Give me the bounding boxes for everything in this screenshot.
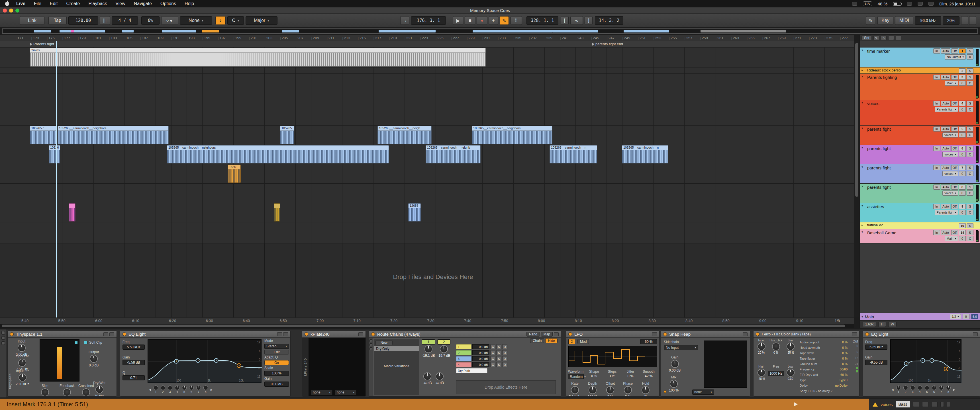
lfo-offset-knob[interactable]: Offset0 %	[603, 381, 617, 397]
eq-band-node[interactable]: 3	[214, 358, 218, 363]
drywet-knob[interactable]: Dry/Wet 79.5%	[93, 381, 105, 397]
track-header[interactable]: ▾time markerInAutoOff1SNo Output0	[860, 48, 980, 67]
device-rail-icon[interactable]	[2, 336, 5, 340]
rack-return-knob[interactable]: -∞ dB	[435, 372, 444, 385]
ferro-param-row[interactable]: TypeType I	[800, 377, 848, 383]
band-freq-field[interactable]: Freq5.50 kHz	[123, 340, 145, 350]
eq-band-4[interactable]: 4	[175, 386, 180, 394]
mod-amount-value[interactable]: 50 %	[640, 339, 657, 344]
device-rail-icon[interactable]	[2, 331, 5, 335]
monitor-off-button[interactable]: Off	[951, 184, 958, 190]
device-tinyspace[interactable]: Tinyspace 1.1 tinyspace Soft Clip Output	[7, 331, 117, 397]
hdd-overload-icon[interactable]	[961, 16, 968, 25]
monitor-off-button[interactable]: Off	[951, 230, 958, 235]
device-eq-eight[interactable]: EQ Eight Freq5.50 kHz Gain-5.58 dB Q0.71	[120, 331, 291, 397]
lfo-phase-knob[interactable]: Phase0 %	[621, 381, 635, 397]
main-volume-value[interactable]: 6.0	[971, 314, 978, 319]
track-lane[interactable]	[0, 184, 854, 203]
unfold-icon[interactable]	[554, 332, 558, 336]
ferro-param-row[interactable]: Frequency50/60	[800, 366, 848, 372]
rack-chain-row[interactable]: 10.0 dBCSO	[456, 344, 557, 350]
band-q-field[interactable]: Q0.71	[123, 371, 145, 380]
device-power-icon[interactable]	[756, 332, 759, 336]
output-routing-select[interactable]: Main	[945, 236, 958, 241]
beat-time-ruler[interactable]: 1711731751771791811831851871891911931951…	[0, 35, 854, 41]
band-next-arrow[interactable]: ▶	[210, 388, 213, 391]
monitor-off-button[interactable]: Off	[951, 75, 958, 80]
record-button[interactable]: ●	[477, 16, 487, 25]
main-track-header[interactable]: ▾ Main 1/2 0 6.0	[860, 313, 980, 320]
eq-band-selector[interactable]: ◀12345678▶	[891, 386, 955, 394]
menu-view[interactable]: View	[111, 1, 129, 6]
lfo-steps-param[interactable]: StepsOff	[604, 370, 620, 379]
audio-clip[interactable]: 105265__carminooch__neighbors	[167, 145, 389, 164]
track-header[interactable]: ▾parents fightInAutoOff5Svoices0C	[860, 126, 980, 145]
ferro-input-knob[interactable]: Input20 %	[755, 339, 768, 364]
tinyspace-display[interactable]	[40, 339, 80, 381]
rack-macro-knob[interactable]: 2-19.7 dB	[437, 339, 450, 358]
device-eq-eight-2[interactable]: EQ Eight Freq5.39 kHz Gain-9.55 dB	[862, 331, 980, 397]
monitor-auto-button[interactable]: Auto	[941, 48, 950, 54]
monitor-off-button[interactable]: Off	[951, 146, 958, 151]
audio-clip[interactable]: 105265__carminooch__neighbors	[472, 126, 552, 144]
device-title-bar[interactable]: Route Chains (4 ways) Rand Map	[369, 331, 561, 338]
rack-chainlist-toggle-icon[interactable]	[369, 343, 372, 346]
rack-snapshot-item[interactable]: Dry Only	[374, 346, 419, 351]
zoom-width-button[interactable]: W	[888, 322, 897, 327]
mod-button[interactable]: Mod	[578, 339, 589, 344]
eq-band-3[interactable]: 3	[910, 386, 915, 394]
monitor-auto-button[interactable]: Auto	[941, 146, 950, 151]
pencil-icon[interactable]: ✎	[873, 36, 879, 40]
menu-edit[interactable]: Edit	[46, 1, 62, 6]
chain-s-button[interactable]: S	[496, 344, 501, 350]
device-title-bar[interactable]: EQ Eight	[120, 331, 290, 338]
punch-out-button[interactable]: ]	[585, 16, 593, 25]
audio-clip[interactable]: 105265 c	[30, 126, 57, 144]
crossfade-assign-button[interactable]: C	[967, 210, 974, 215]
sidechain-input-select[interactable]: No Input	[664, 345, 698, 350]
audio-clip[interactable]	[68, 203, 75, 221]
pan-value[interactable]: 0	[959, 171, 966, 176]
device-rail-icon[interactable]	[2, 342, 5, 345]
band-freq-field[interactable]: Freq5.39 kHz	[865, 340, 888, 350]
ferro-param-row[interactable]: Tape flutter0 %	[800, 356, 848, 361]
arrangement-overview[interactable]	[2, 29, 978, 33]
output-knob[interactable]: Output 0.0 dB	[89, 350, 99, 367]
monitor-in-button[interactable]: In	[933, 75, 940, 80]
band-prev-arrow[interactable]: ◀	[891, 388, 894, 391]
chain-button[interactable]: Chain	[530, 338, 544, 343]
pan-value[interactable]: 0	[959, 236, 966, 241]
eq-band-node[interactable]: 1	[174, 359, 179, 364]
quantize-select[interactable]: None	[180, 16, 212, 25]
track-fold-arrow[interactable]: ▾	[861, 126, 863, 130]
rack-chain-row[interactable]: 40.0 dBCSO	[456, 362, 557, 367]
track-header[interactable]: ▾parents fightInAutoOff6Svoices0C	[860, 145, 980, 164]
band-gain-field[interactable]: Gain-5.58 dB	[123, 355, 145, 365]
monitor-auto-button[interactable]: Auto	[941, 165, 950, 170]
mix-knob[interactable]: Mix 100 %	[669, 375, 679, 393]
rack-macro-knob[interactable]: 1-19.1 dB	[422, 339, 435, 358]
tinyspace-input-lp-knob[interactable]: Input LP20.0 kHz	[16, 369, 29, 386]
eq-band-node[interactable]: 3	[929, 358, 934, 363]
soft-clip-toggle[interactable]: Soft Clip	[84, 340, 102, 345]
pan-value[interactable]: 0	[959, 210, 966, 215]
set-button[interactable]: Set	[861, 36, 872, 40]
pan-value[interactable]: 0	[959, 191, 966, 195]
eq-band-2[interactable]: 2	[904, 386, 908, 394]
monitor-off-button[interactable]: Off	[951, 165, 958, 170]
solo-button[interactable]: S	[967, 223, 974, 228]
track-header[interactable]: ▸flatline v210S	[860, 222, 980, 229]
output-routing-select[interactable]: voices	[942, 191, 958, 195]
menu-create[interactable]: Create	[62, 1, 84, 6]
ferro-param-row[interactable]: Ground hum0 %	[800, 361, 848, 366]
rack-chain-row[interactable]: Dry Path	[456, 368, 557, 373]
chain-volume-value[interactable]: 0.0 dB	[473, 356, 490, 361]
device-power-icon[interactable]	[371, 332, 375, 336]
audio-clip[interactable]: 2mins	[30, 48, 486, 67]
monitor-off-button[interactable]: Off	[951, 101, 958, 106]
track-fold-arrow[interactable]: ▾	[861, 315, 863, 319]
chain-o-button[interactable]: O	[502, 350, 508, 355]
solo-button[interactable]: S	[967, 165, 974, 170]
menu-playback[interactable]: Playback	[84, 1, 111, 6]
monitor-in-button[interactable]: In	[933, 146, 940, 151]
